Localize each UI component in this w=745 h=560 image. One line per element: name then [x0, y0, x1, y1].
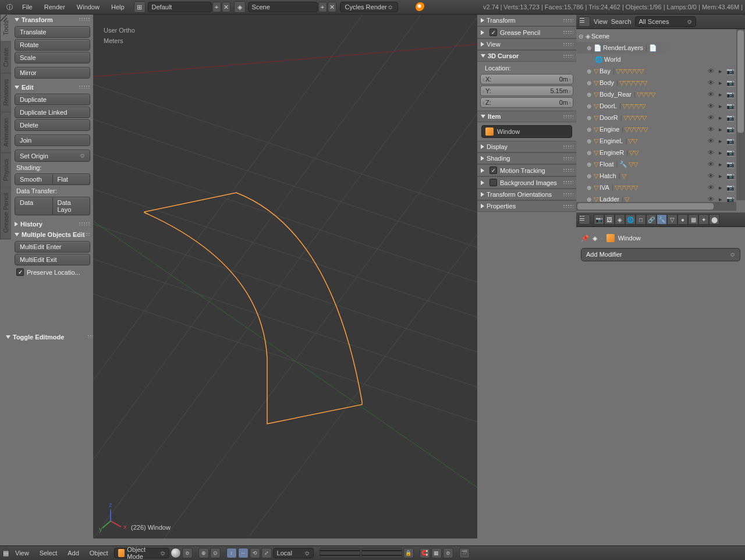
- layer-btn-2[interactable]: [361, 548, 402, 558]
- tree-renderlayers[interactable]: ⊕📄RenderLayers| 📄: [576, 42, 745, 54]
- translate-button[interactable]: Translate: [15, 26, 90, 38]
- shade-flat-button[interactable]: Flat: [53, 173, 91, 185]
- panel-edit-header[interactable]: Edit: [12, 82, 93, 93]
- layer-btn-1[interactable]: [320, 548, 360, 558]
- tab-world-icon[interactable]: 🌐: [625, 214, 636, 225]
- tab-material-icon[interactable]: ●: [677, 214, 688, 225]
- view-menu-view[interactable]: View: [10, 548, 34, 558]
- tab-object-icon[interactable]: □: [636, 214, 646, 225]
- set-origin-select[interactable]: Set Origin: [15, 150, 90, 162]
- menu-help[interactable]: Help: [105, 2, 130, 12]
- tree-hatch[interactable]: ⊕▽Hatch| ▽👁▸📷: [576, 170, 745, 182]
- tab-render-layers-icon[interactable]: 🖼: [604, 214, 615, 225]
- shade-smooth-button[interactable]: Smooth: [15, 173, 53, 185]
- tree-world[interactable]: 🌐World: [576, 54, 745, 65]
- screen-layout-input[interactable]: [148, 2, 212, 12]
- tab-scene-icon[interactable]: ◈: [615, 214, 625, 225]
- np-transform-header[interactable]: Transform: [477, 15, 576, 26]
- data-transfer-button[interactable]: Data: [15, 197, 53, 215]
- add-scene-button[interactable]: +: [318, 2, 327, 12]
- join-button[interactable]: Join: [15, 134, 90, 146]
- manipulator-rotate[interactable]: ⟲: [250, 548, 260, 558]
- np-properties-header[interactable]: Properties: [477, 200, 576, 212]
- render-preview-icon[interactable]: 🎬: [459, 548, 470, 558]
- duplicate-button[interactable]: Duplicate: [15, 94, 90, 105]
- tab-physics-icon[interactable]: ⬤: [709, 214, 719, 225]
- lock-camera-icon[interactable]: 🔒: [403, 548, 414, 558]
- vtab-physics[interactable]: Physics: [0, 153, 11, 187]
- panel-multiedit-header[interactable]: Multiple Objects Edit: [12, 229, 93, 240]
- data-layout-button[interactable]: Data Layo: [53, 197, 91, 215]
- editor-type-view3d-icon[interactable]: ▦: [2, 549, 9, 558]
- tab-texture-icon[interactable]: ▦: [688, 214, 698, 225]
- tab-constraints-icon[interactable]: 🔗: [646, 214, 657, 225]
- duplicate-linked-button[interactable]: Duplicate Linked: [15, 107, 90, 118]
- panel-history-header[interactable]: History: [12, 219, 93, 229]
- tree-scene-root[interactable]: ⊖◈Scene: [576, 30, 745, 42]
- split-corner-icon[interactable]: [738, 15, 745, 22]
- delete-layout-button[interactable]: ✕: [222, 2, 230, 12]
- view-menu-object[interactable]: Object: [85, 548, 113, 558]
- screen-layout-browse-icon[interactable]: ⊞: [134, 1, 146, 13]
- np-grease-pencil-header[interactable]: ✓Grease Pencil: [477, 26, 576, 38]
- np-item-header[interactable]: Item: [477, 111, 576, 122]
- tab-modifiers-icon[interactable]: 🔧: [657, 214, 667, 225]
- breadcrumb-object-icon[interactable]: [606, 234, 615, 242]
- tab-render-icon[interactable]: 📷: [594, 214, 604, 225]
- cursor-z-field[interactable]: Z:0m: [480, 97, 573, 108]
- tab-data-icon[interactable]: ▽: [667, 214, 677, 225]
- vtab-relations[interactable]: Relations: [0, 73, 11, 112]
- view-menu-select[interactable]: Select: [35, 548, 62, 558]
- scene-input[interactable]: [248, 2, 318, 12]
- pin-icon[interactable]: 📌: [581, 235, 589, 242]
- snap-element-select[interactable]: ▦: [431, 548, 442, 558]
- menu-file[interactable]: File: [16, 2, 38, 12]
- cursor-x-field[interactable]: X:0m: [480, 74, 573, 84]
- np-view-header[interactable]: View: [477, 38, 576, 50]
- tree-enginel[interactable]: ⊕▽EngineL| ▽▽👁▸📷: [576, 135, 745, 147]
- item-name-field[interactable]: Window: [481, 125, 572, 138]
- outliner-scrollbar-v[interactable]: [736, 29, 745, 200]
- tree-body[interactable]: ⊕▽Body| ▽▽▽▽▽▽👁▸📷: [576, 77, 745, 88]
- viewport-shading-more[interactable]: ≎: [182, 548, 193, 558]
- multiedit-exit-button[interactable]: MultiEdit Exit: [15, 254, 90, 265]
- manipulate-toggle[interactable]: ⊙: [210, 548, 221, 558]
- add-layout-button[interactable]: +: [212, 2, 221, 12]
- np-transform-orient-header[interactable]: Transform Orientations: [477, 189, 576, 200]
- multiedit-enter-button[interactable]: MultiEdit Enter: [15, 241, 90, 253]
- np-bg-images-header[interactable]: Background Images: [477, 176, 576, 189]
- render-engine-select[interactable]: Cycles Render: [340, 2, 398, 12]
- outliner-menu-view[interactable]: View: [594, 18, 608, 25]
- manipulator-translate[interactable]: ↔: [238, 548, 249, 558]
- cursor-y-field[interactable]: Y:5.15m: [480, 86, 573, 96]
- mirror-button[interactable]: Mirror: [15, 67, 90, 79]
- vtab-grease-pencil[interactable]: Grease Pencil: [0, 187, 11, 239]
- np-display-header[interactable]: Display: [477, 141, 576, 153]
- outliner-tree[interactable]: ⊖◈Scene ⊕📄RenderLayers| 📄 🌐World ⊕▽Bay| …: [576, 29, 745, 211]
- vtab-create[interactable]: Create: [0, 42, 11, 73]
- tree-enginer[interactable]: ⊕▽EngineR| ▽▽👁▸📷: [576, 147, 745, 158]
- delete-scene-button[interactable]: ✕: [328, 2, 336, 12]
- tree-iva[interactable]: ⊕▽IVA| ▽▽▽▽▽👁▸📷: [576, 182, 745, 193]
- pivot-select[interactable]: ⊕: [198, 548, 209, 558]
- np-shading-header[interactable]: Shading: [477, 153, 576, 164]
- mode-select[interactable]: Object Mode: [114, 548, 169, 558]
- scene-browse-icon[interactable]: ◈: [234, 1, 246, 13]
- outliner-scrollbar-h[interactable]: [576, 202, 736, 211]
- toggle-editmode-header[interactable]: Toggle Editmode: [3, 332, 102, 342]
- menu-window[interactable]: Window: [71, 2, 105, 12]
- tree-doorl[interactable]: ⊕▽DoorL| ▽▽▽▽▽👁▸📷: [576, 100, 745, 112]
- delete-button[interactable]: Delete: [15, 119, 90, 131]
- add-modifier-select[interactable]: Add Modifier: [581, 248, 740, 261]
- editor-type-icon[interactable]: ⓘ: [3, 1, 15, 13]
- rotate-button[interactable]: Rotate: [15, 39, 90, 51]
- viewport-shading-select[interactable]: [171, 548, 181, 558]
- scale-button[interactable]: Scale: [15, 52, 90, 63]
- panel-transform-header[interactable]: Transform: [12, 15, 93, 25]
- snap-toggle[interactable]: 🧲: [420, 548, 430, 558]
- vtab-animation[interactable]: Animation: [0, 112, 11, 153]
- view-menu-add[interactable]: Add: [63, 548, 84, 558]
- tree-body-rear[interactable]: ⊕▽Body_Rear| ▽▽▽▽👁▸📷: [576, 88, 745, 100]
- transform-orientation-select[interactable]: Local: [273, 548, 314, 558]
- outliner-editor-type-icon[interactable]: ☰: [579, 16, 590, 27]
